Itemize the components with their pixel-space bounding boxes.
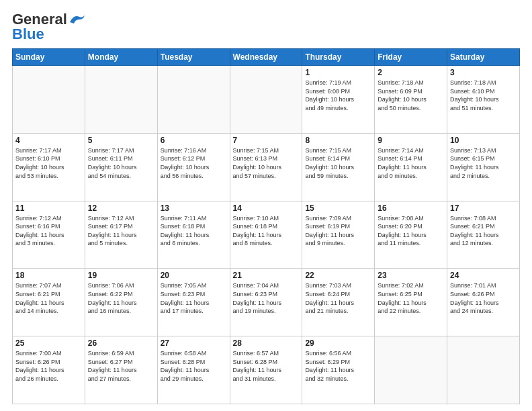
day-number: 1	[305, 68, 371, 77]
day-number: 6	[161, 136, 227, 145]
day-number: 17	[450, 203, 517, 213]
day-info: Sunrise: 7:01 AM Sunset: 6:26 PM Dayligh…	[450, 281, 517, 315]
calendar-week-row: 4Sunrise: 7:17 AM Sunset: 6:10 PM Daylig…	[13, 133, 520, 201]
day-info: Sunrise: 7:05 AM Sunset: 6:23 PM Dayligh…	[161, 281, 227, 315]
day-info: Sunrise: 6:59 AM Sunset: 6:27 PM Dayligh…	[88, 349, 154, 383]
day-info: Sunrise: 7:13 AM Sunset: 6:15 PM Dayligh…	[450, 146, 517, 180]
day-info: Sunrise: 7:10 AM Sunset: 6:18 PM Dayligh…	[233, 214, 300, 248]
day-info: Sunrise: 7:12 AM Sunset: 6:16 PM Dayligh…	[15, 214, 82, 248]
calendar-cell	[375, 336, 447, 404]
day-number: 27	[161, 338, 227, 348]
day-number: 15	[305, 203, 371, 213]
weekday-header: Friday	[375, 49, 447, 66]
calendar-week-row: 1Sunrise: 7:19 AM Sunset: 6:08 PM Daylig…	[13, 66, 520, 134]
weekday-header: Tuesday	[157, 49, 230, 66]
calendar-cell: 14Sunrise: 7:10 AM Sunset: 6:18 PM Dayli…	[230, 201, 302, 269]
day-info: Sunrise: 7:15 AM Sunset: 6:13 PM Dayligh…	[233, 146, 300, 180]
weekday-header: Saturday	[447, 49, 520, 66]
calendar-cell: 29Sunrise: 6:56 AM Sunset: 6:29 PM Dayli…	[302, 336, 375, 404]
day-number: 20	[161, 271, 227, 280]
day-info: Sunrise: 7:08 AM Sunset: 6:21 PM Dayligh…	[450, 214, 517, 248]
day-number: 25	[15, 338, 82, 348]
day-number: 2	[378, 68, 444, 77]
day-number: 11	[15, 203, 82, 213]
calendar-cell: 7Sunrise: 7:15 AM Sunset: 6:13 PM Daylig…	[230, 133, 302, 201]
day-info: Sunrise: 7:02 AM Sunset: 6:25 PM Dayligh…	[378, 281, 444, 315]
day-number: 14	[233, 203, 300, 213]
calendar-cell: 10Sunrise: 7:13 AM Sunset: 6:15 PM Dayli…	[447, 133, 520, 201]
day-info: Sunrise: 7:06 AM Sunset: 6:22 PM Dayligh…	[88, 281, 154, 315]
day-number: 28	[233, 338, 300, 348]
day-number: 5	[88, 136, 154, 145]
day-number: 24	[450, 271, 517, 280]
day-number: 8	[305, 136, 371, 145]
calendar-cell: 15Sunrise: 7:09 AM Sunset: 6:19 PM Dayli…	[302, 201, 375, 269]
day-number: 13	[161, 203, 227, 213]
day-number: 4	[15, 136, 82, 145]
day-info: Sunrise: 7:14 AM Sunset: 6:14 PM Dayligh…	[378, 146, 444, 180]
calendar-week-row: 11Sunrise: 7:12 AM Sunset: 6:16 PM Dayli…	[13, 201, 520, 269]
calendar-body: 1Sunrise: 7:19 AM Sunset: 6:08 PM Daylig…	[13, 66, 520, 404]
calendar-cell: 9Sunrise: 7:14 AM Sunset: 6:14 PM Daylig…	[375, 133, 447, 201]
calendar-cell: 24Sunrise: 7:01 AM Sunset: 6:26 PM Dayli…	[447, 269, 520, 336]
day-info: Sunrise: 7:18 AM Sunset: 6:09 PM Dayligh…	[378, 79, 444, 112]
calendar-header-row: SundayMondayTuesdayWednesdayThursdayFrid…	[13, 49, 520, 66]
day-number: 16	[378, 203, 444, 213]
calendar-cell: 22Sunrise: 7:03 AM Sunset: 6:24 PM Dayli…	[302, 269, 375, 336]
day-info: Sunrise: 7:04 AM Sunset: 6:23 PM Dayligh…	[233, 281, 300, 315]
calendar-cell: 5Sunrise: 7:17 AM Sunset: 6:11 PM Daylig…	[85, 133, 157, 201]
calendar-cell	[447, 336, 520, 404]
calendar-cell: 27Sunrise: 6:58 AM Sunset: 6:28 PM Dayli…	[157, 336, 230, 404]
day-number: 3	[450, 68, 517, 77]
day-number: 26	[88, 338, 154, 348]
day-info: Sunrise: 6:56 AM Sunset: 6:29 PM Dayligh…	[305, 349, 371, 383]
day-info: Sunrise: 7:15 AM Sunset: 6:14 PM Dayligh…	[305, 146, 371, 180]
calendar-cell: 16Sunrise: 7:08 AM Sunset: 6:20 PM Dayli…	[375, 201, 447, 269]
header: General Blue	[12, 11, 520, 43]
calendar-table: SundayMondayTuesdayWednesdayThursdayFrid…	[12, 48, 520, 404]
logo-blue: Blue	[12, 26, 44, 43]
calendar-cell: 26Sunrise: 6:59 AM Sunset: 6:27 PM Dayli…	[85, 336, 157, 404]
logo-bird-icon	[69, 13, 86, 26]
day-info: Sunrise: 7:00 AM Sunset: 6:26 PM Dayligh…	[15, 349, 82, 383]
calendar-week-row: 25Sunrise: 7:00 AM Sunset: 6:26 PM Dayli…	[13, 336, 520, 404]
calendar-cell: 20Sunrise: 7:05 AM Sunset: 6:23 PM Dayli…	[157, 269, 230, 336]
calendar-cell: 21Sunrise: 7:04 AM Sunset: 6:23 PM Dayli…	[230, 269, 302, 336]
day-info: Sunrise: 7:12 AM Sunset: 6:17 PM Dayligh…	[88, 214, 154, 248]
day-number: 10	[450, 136, 517, 145]
day-info: Sunrise: 7:08 AM Sunset: 6:20 PM Dayligh…	[378, 214, 444, 248]
calendar-cell	[230, 66, 302, 134]
day-info: Sunrise: 7:18 AM Sunset: 6:10 PM Dayligh…	[450, 79, 517, 112]
calendar-cell: 25Sunrise: 7:00 AM Sunset: 6:26 PM Dayli…	[13, 336, 85, 404]
day-info: Sunrise: 7:03 AM Sunset: 6:24 PM Dayligh…	[305, 281, 371, 315]
day-number: 21	[233, 271, 300, 280]
calendar-cell: 4Sunrise: 7:17 AM Sunset: 6:10 PM Daylig…	[13, 133, 85, 201]
calendar-cell: 3Sunrise: 7:18 AM Sunset: 6:10 PM Daylig…	[447, 66, 520, 134]
day-number: 23	[378, 271, 444, 280]
calendar-week-row: 18Sunrise: 7:07 AM Sunset: 6:21 PM Dayli…	[13, 269, 520, 336]
logo: General Blue	[12, 11, 86, 43]
page: General Blue SundayMondayTuesdayWednesda…	[0, 0, 532, 411]
weekday-header: Monday	[85, 49, 157, 66]
day-number: 9	[378, 136, 444, 145]
day-info: Sunrise: 7:16 AM Sunset: 6:12 PM Dayligh…	[161, 146, 227, 180]
day-info: Sunrise: 7:11 AM Sunset: 6:18 PM Dayligh…	[161, 214, 227, 248]
day-number: 22	[305, 271, 371, 280]
weekday-header: Sunday	[13, 49, 85, 66]
day-number: 12	[88, 203, 154, 213]
calendar-cell: 17Sunrise: 7:08 AM Sunset: 6:21 PM Dayli…	[447, 201, 520, 269]
calendar-cell: 1Sunrise: 7:19 AM Sunset: 6:08 PM Daylig…	[302, 66, 375, 134]
calendar-cell: 13Sunrise: 7:11 AM Sunset: 6:18 PM Dayli…	[157, 201, 230, 269]
calendar-cell: 23Sunrise: 7:02 AM Sunset: 6:25 PM Dayli…	[375, 269, 447, 336]
calendar-cell	[157, 66, 230, 134]
calendar-cell: 19Sunrise: 7:06 AM Sunset: 6:22 PM Dayli…	[85, 269, 157, 336]
calendar-cell: 11Sunrise: 7:12 AM Sunset: 6:16 PM Dayli…	[13, 201, 85, 269]
calendar-cell: 18Sunrise: 7:07 AM Sunset: 6:21 PM Dayli…	[13, 269, 85, 336]
day-number: 29	[305, 338, 371, 348]
day-info: Sunrise: 6:58 AM Sunset: 6:28 PM Dayligh…	[161, 349, 227, 383]
day-number: 18	[15, 271, 82, 280]
day-info: Sunrise: 6:57 AM Sunset: 6:28 PM Dayligh…	[233, 349, 300, 383]
day-number: 19	[88, 271, 154, 280]
calendar-cell	[13, 66, 85, 134]
calendar-cell: 2Sunrise: 7:18 AM Sunset: 6:09 PM Daylig…	[375, 66, 447, 134]
